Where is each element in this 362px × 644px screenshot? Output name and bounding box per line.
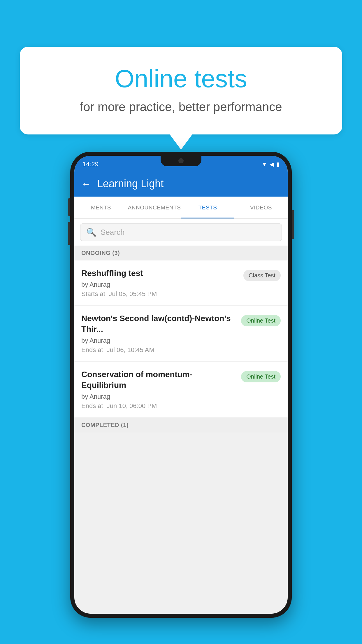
tabs-bar: MENTS ANNOUNCEMENTS TESTS VIDEOS (74, 197, 288, 219)
search-icon: 🔍 (86, 228, 96, 237)
phone-wrapper: 14:29 ▼ ◀ ▮ ← Learning Light MENTS ANNOU… (70, 152, 292, 618)
status-icons: ▼ ◀ ▮ (261, 161, 280, 168)
test-item-2[interactable]: Newton's Second law(contd)-Newton's Thir… (74, 306, 288, 362)
badge-class-test-1: Class Test (243, 270, 281, 281)
status-time: 14:29 (82, 160, 99, 168)
phone-frame: 14:29 ▼ ◀ ▮ ← Learning Light MENTS ANNOU… (70, 152, 292, 618)
phone-power-button (292, 210, 294, 239)
phone-camera (178, 158, 184, 163)
test-name-1: Reshuffling test (81, 268, 239, 279)
completed-label: COMPLETED (1) (81, 422, 129, 428)
search-container: 🔍 Search (74, 219, 288, 246)
battery-icon: ▮ (276, 161, 280, 168)
test-item-3[interactable]: Conservation of momentum-Equilibrium by … (74, 362, 288, 418)
signal-icon: ◀ (270, 161, 274, 168)
tab-videos[interactable]: VIDEOS (234, 197, 288, 218)
test-info-2: Newton's Second law(contd)-Newton's Thir… (81, 313, 236, 354)
tab-tests[interactable]: TESTS (181, 197, 234, 218)
ongoing-section-header: ONGOING (3) (74, 246, 288, 260)
search-placeholder: Search (101, 228, 124, 237)
phone-vol-down (68, 222, 70, 245)
bubble-title: Online tests (43, 64, 319, 93)
ongoing-label: ONGOING (3) (81, 250, 120, 256)
test-time-3: Ends at Jun 10, 06:00 PM (81, 402, 236, 410)
back-button[interactable]: ← (81, 178, 91, 190)
test-name-2: Newton's Second law(contd)-Newton's Thir… (81, 313, 236, 335)
app-title: Learning Light (97, 178, 164, 190)
test-author-3: by Anurag (81, 393, 236, 400)
test-item-1[interactable]: Reshuffling test by Anurag Starts at Jul… (74, 260, 288, 306)
phone-vol-up (68, 198, 70, 216)
bubble-subtitle: for more practice, better performance (43, 100, 319, 114)
test-author-1: by Anurag (81, 281, 239, 288)
test-list: Reshuffling test by Anurag Starts at Jul… (74, 260, 288, 418)
test-name-3: Conservation of momentum-Equilibrium (81, 369, 236, 391)
search-bar[interactable]: 🔍 Search (80, 223, 282, 241)
tab-ments[interactable]: MENTS (74, 197, 128, 218)
app-bar: ← Learning Light (74, 171, 288, 197)
test-info-3: Conservation of momentum-Equilibrium by … (81, 369, 236, 410)
badge-online-test-3: Online Test (241, 371, 281, 382)
completed-section-header: COMPLETED (1) (74, 418, 288, 433)
phone-screen: 14:29 ▼ ◀ ▮ ← Learning Light MENTS ANNOU… (74, 156, 288, 614)
speech-bubble: Online tests for more practice, better p… (20, 47, 342, 134)
test-info-1: Reshuffling test by Anurag Starts at Jul… (81, 268, 239, 298)
phone-notch (161, 156, 201, 166)
test-time-2: Ends at Jul 06, 10:45 AM (81, 346, 236, 354)
badge-online-test-2: Online Test (241, 315, 281, 326)
tab-announcements[interactable]: ANNOUNCEMENTS (128, 197, 181, 218)
wifi-icon: ▼ (261, 161, 267, 168)
test-author-2: by Anurag (81, 337, 236, 344)
test-time-1: Starts at Jul 05, 05:45 PM (81, 290, 239, 298)
